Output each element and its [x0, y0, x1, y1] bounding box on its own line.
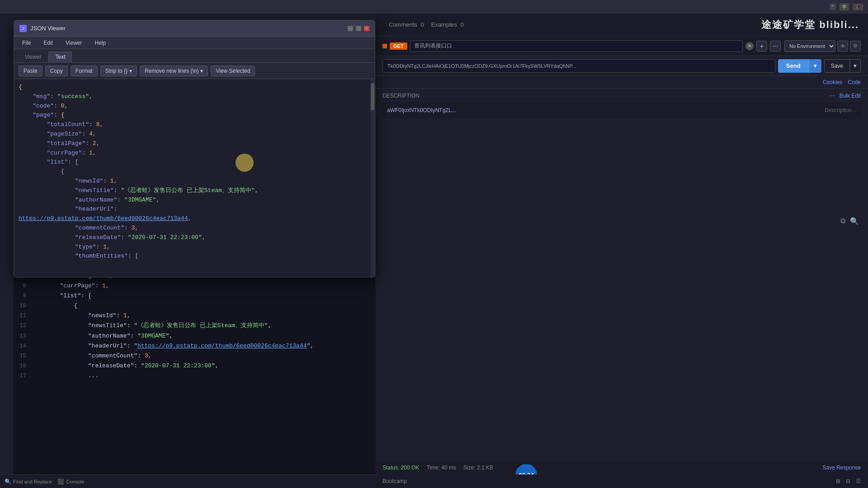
bottom-bar: 🔍 Find and Replace ⬛ Console [0, 474, 375, 488]
code-line: 11 "newsId": 1, [14, 311, 375, 321]
code-line: 17 ... [14, 371, 375, 381]
format-btn[interactable]: Format [71, 66, 98, 76]
comments-label: Comments 0 [389, 21, 424, 28]
env-icon[interactable]: 👁 [837, 41, 848, 52]
settings-icon[interactable]: ⚙ [850, 41, 861, 52]
lower-code-view[interactable]: 7 "totalPage": 2, 8 "currPage": 1, 9 "li… [14, 271, 375, 474]
console-btn[interactable]: ⬛ Console [57, 479, 84, 485]
status-ok: Status: 200 OK [382, 465, 419, 471]
code-line: 15 "commentCount": 3, [14, 351, 375, 361]
code-line: 9 "list": [ [14, 291, 375, 301]
code-line: 8 "currPage": 1, [14, 281, 375, 291]
list-icon[interactable]: ☰ [856, 478, 861, 484]
paste-btn[interactable]: Paste [19, 66, 42, 76]
postman-right-panel: Comments 0 Examples 0 途途矿学堂 blibli... GE… [375, 14, 868, 488]
menu-edit[interactable]: Edit [41, 38, 56, 48]
bootcamp-label[interactable]: Bootcamp [382, 478, 407, 484]
response-time: Time: 40 ms [426, 465, 456, 471]
environment-select[interactable]: No Environment [784, 40, 835, 52]
json-scrollbar[interactable] [370, 79, 375, 277]
response-section: DESCRIPTION ⋯ Bulk Edit aWF0IjoxNTk0ODIy… [375, 89, 868, 123]
json-viewer-window: J JSON Viewer — □ ✕ File Edit Viewer Hel… [14, 20, 375, 277]
menu-viewer[interactable]: Viewer [63, 38, 85, 48]
search-response-icon[interactable]: 🔍 [850, 217, 859, 225]
json-viewer-titlebar: J JSON Viewer — □ ✕ [14, 20, 375, 37]
full-url-display[interactable]: Tk0ODIyNTg2LCJleHAiOjE1OTU0MjczODZ9.GXUp… [387, 63, 576, 69]
grid-icon[interactable]: ⊞ [836, 478, 840, 484]
json-content[interactable]: { "msg": "success", "code": 0, "page": {… [14, 79, 370, 277]
copy-btn[interactable]: Copy [45, 66, 68, 76]
response-description: Description... [825, 107, 856, 113]
bulk-edit-btn[interactable]: Bulk Edit [840, 93, 861, 99]
json-viewer-toolbar: Paste Copy Format Strip to {} ▾ Remove n… [14, 63, 375, 79]
description-col-header: DESCRIPTION [382, 93, 420, 99]
request-indicator [382, 44, 387, 48]
clear-url-btn[interactable]: ✕ [745, 42, 754, 50]
right-bottom-bar: Bootcamp ⊞ ⊟ ☰ [375, 474, 868, 488]
code-line: 12 "newsTitle": "《忍者蛙》发售日公布 已上架Steam、支持简… [14, 321, 375, 331]
columns-icon[interactable]: ⊟ [846, 478, 850, 484]
os-topbar: ° 半 🎩 [0, 0, 868, 14]
json-viewer-menu: File Edit Viewer Help [14, 37, 375, 49]
save-dropdown-btn[interactable]: ▾ [850, 59, 861, 73]
view-selected-btn[interactable]: View Selected [211, 66, 255, 76]
add-request-btn[interactable]: + [756, 41, 767, 52]
strip-btn[interactable]: Strip to {} ▾ [100, 66, 137, 76]
jv-close-btn[interactable]: ✕ [364, 26, 369, 31]
response-key-value: aWF0IjoxNTk0ODIyNTg2L... [387, 107, 825, 113]
os-topbar-icons: ° 半 🎩 [830, 3, 863, 11]
send-button[interactable]: Send [778, 59, 809, 73]
jv-maximize-btn[interactable]: □ [356, 26, 361, 31]
json-scrollbar-thumb[interactable] [371, 83, 374, 110]
brand-name: 途途矿学堂 blibli... [761, 18, 859, 32]
json-viewer-title: JSON Viewer [30, 25, 344, 32]
header-url-link[interactable]: https://p9.pstatp.com/thumb/6eed00026c4e… [19, 215, 188, 222]
tab-text[interactable]: Text [48, 52, 72, 62]
response-size: Size: 2.1 KB [463, 465, 493, 471]
tab-viewer[interactable]: Viewer [19, 52, 47, 62]
response-action-icons: ⧉ 🔍 [840, 217, 859, 225]
jv-minimize-btn[interactable]: — [348, 26, 353, 31]
os-badge-1: ° [830, 4, 836, 10]
cookies-link[interactable]: Cookies [823, 79, 842, 85]
save-button[interactable]: Save [824, 59, 850, 73]
save-response-btn[interactable]: Save Response [822, 465, 861, 471]
menu-help[interactable]: Help [92, 38, 109, 48]
find-replace-btn[interactable]: 🔍 Find and Replace [5, 479, 52, 485]
json-content-area: { "msg": "success", "code": 0, "page": {… [14, 79, 375, 277]
response-status-bar: Status: 200 OK Time: 40 ms Size: 2.1 KB … [375, 461, 868, 474]
right-topbar: Comments 0 Examples 0 途途矿学堂 blibli... [375, 14, 868, 36]
remove-newlines-btn[interactable]: Remove new lines (\n) ▾ [140, 66, 208, 76]
examples-label: Examples 0 [431, 21, 464, 28]
code-link[interactable]: Code [848, 79, 861, 85]
response-row: aWF0IjoxNTk0ODIyNTg2L... Description... [382, 102, 861, 118]
code-line: 10 { [14, 301, 375, 311]
os-badge-2: 半 [840, 3, 849, 11]
send-dropdown-btn[interactable]: ▾ [809, 59, 821, 73]
os-badge-3: 🎩 [853, 4, 863, 10]
copy-response-icon[interactable]: ⧉ [840, 217, 845, 225]
code-line: 14 "headerUrl": "https://p9.pstatp.com/t… [14, 341, 375, 351]
more-options-btn[interactable]: ⋯ [829, 92, 836, 99]
method-badge: GET [390, 42, 407, 50]
json-viewer-app-icon: J [19, 25, 27, 32]
more-request-btn[interactable]: ⋯ [770, 41, 781, 52]
url-display[interactable]: 资讯列表接口口 [414, 42, 452, 50]
code-line: 13 "authorName": "3DMGAME", [14, 331, 375, 341]
json-viewer-tabs: Viewer Text [14, 49, 375, 63]
code-line: 16 "releaseDate": "2020-07-31 22:23:00", [14, 361, 375, 371]
lower-url-link[interactable]: https://p9.pstatp.com/thumb/6eed00026c4e… [137, 343, 307, 349]
menu-file[interactable]: File [19, 38, 33, 48]
json-viewer-window-controls: — □ ✕ [348, 26, 369, 31]
